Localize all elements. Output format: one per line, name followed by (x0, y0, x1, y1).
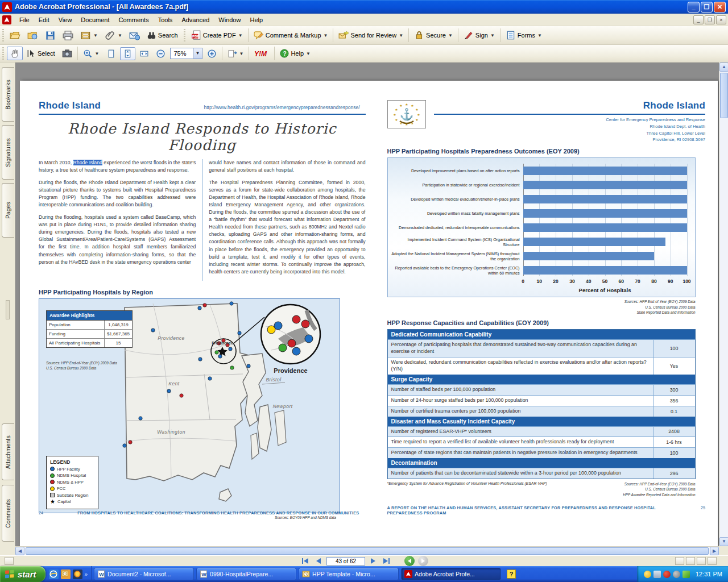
comment-markup-button[interactable]: Comment & Markup▼ (251, 28, 331, 42)
substate-region-swatch (50, 493, 55, 497)
restore-button[interactable]: ❐ (701, 2, 713, 13)
single-page-view-button[interactable] (675, 557, 684, 565)
toolbar-grip[interactable] (183, 29, 187, 41)
vertical-scroll-thumb[interactable] (720, 73, 728, 118)
snapshot-button[interactable] (59, 47, 75, 60)
zoom-level-combo[interactable]: 75% ▼ (170, 48, 202, 59)
menu-item-help[interactable]: Help (245, 15, 267, 25)
update-question-icon[interactable]: ? (507, 569, 516, 579)
menu-item-edit[interactable]: Edit (34, 15, 54, 25)
open-button[interactable] (7, 28, 23, 43)
save-button[interactable] (42, 28, 59, 43)
scroll-down-button[interactable]: ▼ (719, 537, 728, 546)
facing-view-button[interactable] (697, 557, 706, 565)
reminder-tray-icon[interactable] (644, 571, 651, 578)
minimize-button[interactable]: _ (688, 2, 700, 13)
toolbar-separator (274, 47, 275, 60)
red-facility-dot (180, 394, 183, 397)
volume-tray-icon[interactable] (673, 571, 680, 578)
panel-collapse-handle[interactable] (6, 300, 10, 319)
outlook-quicklaunch-icon[interactable] (61, 569, 71, 579)
toolbar-grip[interactable] (1, 47, 5, 60)
menu-item-comments[interactable]: Comments (114, 15, 154, 25)
next-page-button[interactable] (369, 558, 378, 564)
doc-close-button[interactable]: × (716, 15, 726, 24)
menu-item-window[interactable]: Window (214, 15, 245, 25)
yahoo-messenger-button[interactable]: Y!M (251, 48, 272, 60)
doc-minimize-button[interactable]: _ (693, 15, 704, 24)
forms-button[interactable]: Forms▼ (503, 28, 545, 42)
secure-button[interactable]: Secure▼ (411, 28, 456, 42)
sidebar-tab-bookmarks[interactable]: Bookmarks (2, 67, 14, 122)
article-paragraph: During the floods, the Rhode Island Depa… (39, 179, 196, 209)
horizontal-scrollbar[interactable]: ◀ ▶ (15, 546, 719, 555)
menu-item-advanced[interactable]: Advanced (177, 15, 214, 25)
sidebar-tab-pages[interactable]: Pages (2, 183, 14, 238)
page-number: 25 (701, 505, 705, 516)
previous-page-button[interactable] (314, 558, 323, 564)
taskbar-item-word[interactable]: W0990-HospitalPrepare... (196, 568, 296, 580)
toolbar-grip[interactable] (1, 29, 5, 41)
hand-tool-button[interactable] (7, 47, 23, 60)
doc-restore-button[interactable]: ❐ (705, 15, 715, 24)
send-for-review-button[interactable]: Send for Review▼ (336, 28, 406, 42)
zoom-tool-button[interactable]: ▼ (80, 47, 102, 60)
menu-item-file[interactable]: File (15, 15, 34, 25)
vertical-scrollbar[interactable]: ▲ ▼ (719, 63, 728, 546)
next-view-button[interactable] (418, 556, 428, 566)
quicklaunch-overflow-chevron[interactable]: » (85, 571, 88, 577)
taskbar-item-outlook[interactable]: HPP Template - Micro... (299, 568, 399, 580)
display-tray-icon[interactable] (653, 571, 661, 578)
fit-width-button[interactable] (136, 47, 152, 60)
scroll-right-button[interactable]: ▶ (710, 547, 719, 555)
start-button[interactable]: start (0, 566, 46, 582)
zoom-dropdown-arrow[interactable]: ▼ (193, 48, 202, 59)
document-status-icon[interactable] (5, 557, 14, 565)
previous-view-button[interactable] (404, 556, 415, 566)
last-page-button[interactable] (381, 558, 392, 564)
updates-tray-icon[interactable] (682, 571, 690, 578)
zoom-in-button[interactable] (204, 47, 220, 60)
section-header-surge-capacity: Surge Capacity (388, 375, 695, 384)
menu-item-view[interactable]: View (54, 15, 77, 25)
continuous-facing-view-button[interactable] (708, 557, 717, 565)
menu-item-document[interactable]: Document (76, 15, 114, 25)
first-page-button[interactable] (300, 558, 311, 564)
sidebar-tab-attachments[interactable]: Attachments (2, 423, 14, 480)
sidebar-tab-comments[interactable]: Comments (2, 485, 14, 542)
x-tick-label: 40 (586, 278, 591, 284)
select-tool-button[interactable]: Select (24, 47, 58, 60)
continuous-view-button[interactable] (686, 557, 695, 565)
toolbar-separator (500, 28, 500, 42)
zoom-out-button[interactable] (153, 47, 168, 60)
create-pdf-button[interactable]: PDFCreate PDF▼ (188, 28, 246, 42)
scroll-left-button[interactable]: ◀ (15, 547, 24, 555)
ie-quicklaunch-icon[interactable] (49, 569, 59, 579)
scroll-up-button[interactable]: ▲ (719, 63, 728, 72)
search-button[interactable]: Search (144, 29, 181, 42)
taskbar-item-acrobat[interactable]: Adobe Acrobat Profe... (401, 568, 501, 580)
organizer-button[interactable]: ▼ (77, 28, 101, 43)
firefox-quicklaunch-icon[interactable] (73, 569, 82, 579)
attach-button[interactable]: ▼ (102, 28, 125, 43)
right-page-footer: A REPORT ON THE HEALTH AND HUMAN SERVICE… (387, 505, 706, 516)
awardee-row: Population1,048,319 (47, 321, 132, 330)
select-icon (27, 49, 36, 58)
close-button[interactable]: ✕ (714, 2, 726, 13)
awardee-table-header: Awardee Highlights (47, 311, 132, 321)
acrobat-tray-icon[interactable] (663, 571, 671, 578)
sidebar-tab-signatures[interactable]: Signatures (2, 125, 14, 180)
horizontal-scroll-thumb[interactable] (26, 547, 709, 555)
menu-item-tools[interactable]: Tools (154, 15, 177, 25)
email-button[interactable] (126, 28, 143, 43)
chart-bar-row (523, 178, 687, 192)
fit-page-button[interactable] (120, 47, 135, 60)
bookshelf-button[interactable] (24, 28, 41, 43)
page-display-button[interactable]: ▼ (225, 47, 247, 60)
actual-size-button[interactable] (104, 47, 119, 60)
print-button[interactable] (60, 28, 76, 43)
sign-button[interactable]: Sign▼ (461, 28, 498, 42)
help-button[interactable]: ? Help ▼ (277, 47, 313, 60)
page-indicator[interactable]: 43 of 62 (326, 557, 365, 566)
taskbar-item-word[interactable]: WDocument2 - Microsof... (94, 568, 194, 580)
